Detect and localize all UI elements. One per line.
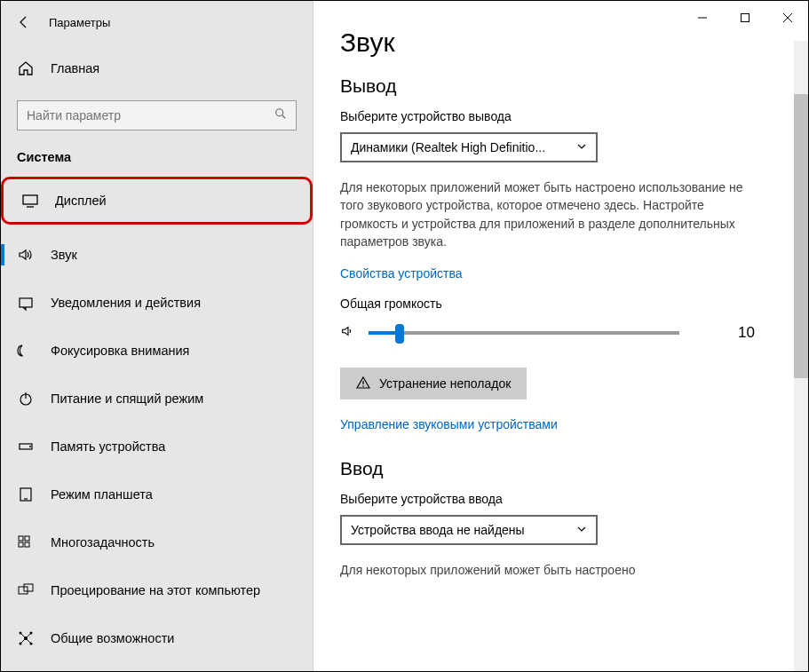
nav-power[interactable]: Питание и спящий режим xyxy=(1,381,313,416)
volume-slider[interactable] xyxy=(369,331,679,335)
nav-label: Дисплей xyxy=(55,194,107,208)
highlight-annotation: Дисплей xyxy=(1,177,313,225)
nav-storage[interactable]: Память устройства xyxy=(1,429,313,464)
input-device-label: Выберите устройства ввода xyxy=(340,492,799,506)
nav-project[interactable]: Проецирование на этот компьютер xyxy=(1,573,313,608)
nav-notifications[interactable]: Уведомления и действия xyxy=(1,285,313,320)
power-icon xyxy=(17,390,35,407)
svg-line-25 xyxy=(26,638,31,644)
svg-rect-11 xyxy=(19,536,23,541)
nav-tablet[interactable]: Режим планшета xyxy=(1,477,313,512)
troubleshoot-button[interactable]: Устранение неполадок xyxy=(340,368,527,399)
display-icon xyxy=(21,192,39,210)
output-help-text: Для некоторых приложений может быть наст… xyxy=(340,178,757,250)
nav-shared[interactable]: Общие возможности xyxy=(1,621,313,656)
nav-home[interactable]: Главная xyxy=(1,51,313,86)
chevron-down-icon xyxy=(576,140,587,154)
scroll-thumb[interactable] xyxy=(794,94,808,378)
output-device-dropdown[interactable]: Динамики (Realtek High Definitio... xyxy=(340,132,598,162)
svg-line-23 xyxy=(26,633,31,638)
input-help-text: Для некоторых приложений может быть наст… xyxy=(340,561,757,579)
nav-sound[interactable]: Звук xyxy=(1,237,313,273)
svg-rect-15 xyxy=(19,587,28,594)
svg-point-27 xyxy=(362,385,364,387)
output-device-label: Выберите устройство вывода xyxy=(340,109,799,123)
troubleshoot-label: Устранение неполадок xyxy=(379,376,511,391)
minimize-button[interactable] xyxy=(681,0,724,36)
svg-rect-13 xyxy=(19,542,23,547)
svg-line-22 xyxy=(20,633,26,638)
svg-rect-2 xyxy=(23,195,37,204)
slider-thumb[interactable] xyxy=(395,324,404,344)
nav-label: Режим планшета xyxy=(51,487,153,502)
search-box[interactable] xyxy=(17,100,297,130)
notifications-icon xyxy=(17,294,35,312)
nav-home-label: Главная xyxy=(51,61,99,75)
input-heading: Ввод xyxy=(340,458,799,479)
nav-label: Общие возможности xyxy=(51,631,174,645)
input-device-dropdown[interactable]: Устройства ввода не найдены xyxy=(340,515,598,545)
storage-icon xyxy=(17,438,35,455)
nav-label: Проецирование на этот компьютер xyxy=(51,583,260,597)
speaker-icon xyxy=(340,323,356,343)
search-icon xyxy=(274,107,287,123)
sidebar-section-title: Система xyxy=(1,145,313,177)
nav-label: Питание и спящий режим xyxy=(51,391,203,406)
svg-rect-16 xyxy=(24,584,33,591)
svg-point-0 xyxy=(276,109,283,116)
scrollbar[interactable] xyxy=(794,41,808,671)
nav-focus[interactable]: Фокусировка внимания xyxy=(1,333,313,368)
nav-label: Звук xyxy=(51,248,77,262)
svg-line-24 xyxy=(20,638,26,644)
project-icon xyxy=(17,581,35,599)
sound-icon xyxy=(17,246,35,264)
volume-value: 10 xyxy=(738,324,755,342)
dropdown-value: Устройства ввода не найдены xyxy=(351,523,525,537)
manage-devices-link[interactable]: Управление звуковыми устройствами xyxy=(340,417,799,431)
nav-label: Фокусировка внимания xyxy=(51,344,189,358)
back-button[interactable] xyxy=(8,6,40,38)
nav-label: Уведомления и действия xyxy=(51,296,201,310)
close-button[interactable] xyxy=(766,0,809,36)
svg-rect-29 xyxy=(742,14,750,22)
focus-icon xyxy=(17,342,35,360)
shared-icon xyxy=(17,629,35,647)
nav-display[interactable]: Дисплей xyxy=(5,183,308,218)
tablet-icon xyxy=(17,486,35,503)
dropdown-value: Динамики (Realtek High Definitio... xyxy=(351,140,545,154)
chevron-down-icon xyxy=(576,523,587,537)
multitask-icon xyxy=(17,534,35,551)
svg-rect-12 xyxy=(25,536,29,541)
window-title: Параметры xyxy=(49,16,110,29)
svg-line-1 xyxy=(282,115,286,119)
output-heading: Вывод xyxy=(340,75,799,97)
nav-label: Память устройства xyxy=(51,439,165,454)
volume-label: Общая громкость xyxy=(340,296,799,311)
device-properties-link[interactable]: Свойства устройства xyxy=(340,266,799,281)
warning-icon xyxy=(356,376,370,392)
svg-rect-14 xyxy=(25,542,29,547)
svg-point-8 xyxy=(29,446,31,447)
search-input[interactable] xyxy=(27,108,274,123)
home-icon xyxy=(17,59,35,77)
nav-label: Многозадачность xyxy=(51,535,155,549)
svg-rect-4 xyxy=(20,298,32,307)
nav-multitask[interactable]: Многозадачность xyxy=(1,525,313,560)
maximize-button[interactable] xyxy=(724,0,766,36)
